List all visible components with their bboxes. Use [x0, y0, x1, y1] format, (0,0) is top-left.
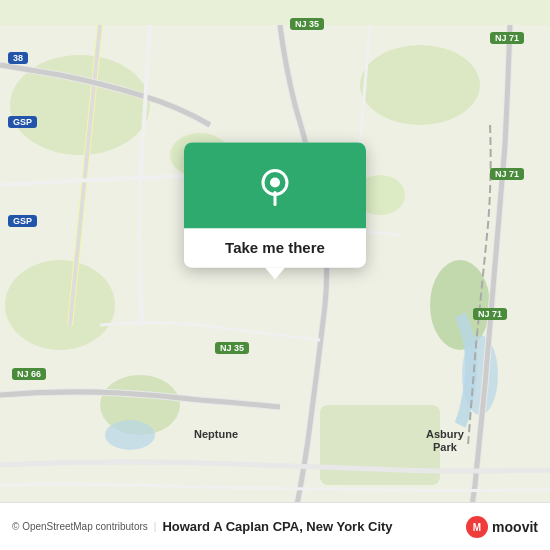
- bottom-left-section: © OpenStreetMap contributors | Howard A …: [12, 519, 393, 534]
- svg-point-10: [105, 420, 155, 450]
- location-pin-icon: [252, 165, 298, 211]
- separator: |: [154, 521, 157, 532]
- take-me-there-button[interactable]: Take me there: [184, 229, 366, 268]
- popup-card[interactable]: Take me there: [184, 143, 366, 268]
- popup-green-area: [184, 143, 366, 229]
- road-badge-nj71-mid: NJ 71: [490, 168, 524, 180]
- bottom-bar: © OpenStreetMap contributors | Howard A …: [0, 502, 550, 550]
- road-badge-gsp-mid: GSP: [8, 215, 37, 227]
- road-badge-nj71-top: NJ 71: [490, 32, 524, 44]
- map-container: NJ 35 NJ 71 NJ 71 NJ 71 NJ 35 NJ 66 38 G…: [0, 0, 550, 550]
- road-badge-nj71-low: NJ 71: [473, 308, 507, 320]
- road-badge-nj35-low: NJ 35: [215, 342, 249, 354]
- place-label-neptune: Neptune: [194, 428, 238, 440]
- svg-text:M: M: [473, 522, 481, 533]
- road-badge-gsp-top: GSP: [8, 116, 37, 128]
- road-badge-nj66: NJ 66: [12, 368, 46, 380]
- moovit-logo: M moovit: [466, 516, 538, 538]
- svg-point-3: [5, 260, 115, 350]
- road-badge-nj35-top: NJ 35: [290, 18, 324, 30]
- svg-point-2: [360, 45, 480, 125]
- location-title: Howard A Caplan CPA, New York City: [162, 519, 392, 534]
- moovit-text: moovit: [492, 519, 538, 535]
- moovit-icon: M: [466, 516, 488, 538]
- svg-point-12: [270, 178, 280, 188]
- place-label-asbury: Asbury: [426, 428, 464, 440]
- popup-tail: [265, 268, 285, 280]
- place-label-park: Park: [433, 441, 457, 453]
- attribution-text: © OpenStreetMap contributors: [12, 521, 148, 532]
- road-badge-rt38: 38: [8, 52, 28, 64]
